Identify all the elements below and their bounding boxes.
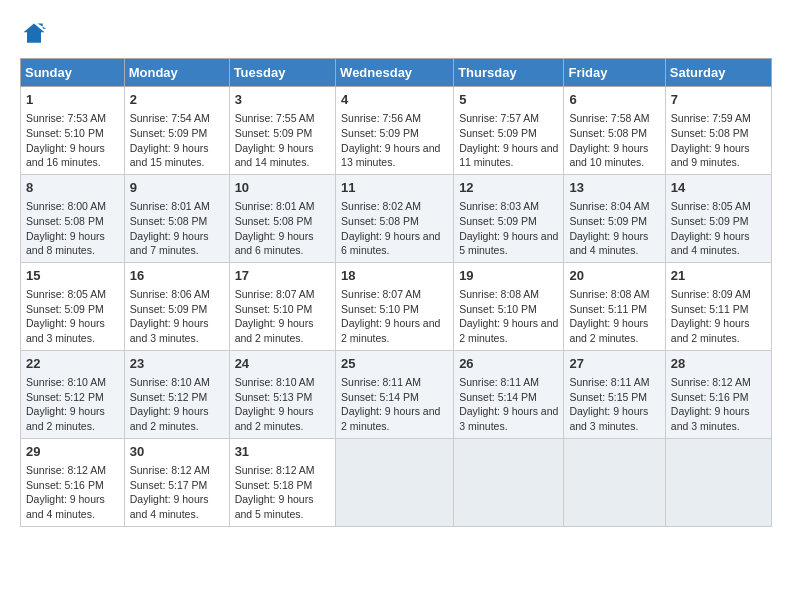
day-number: 15 bbox=[26, 267, 119, 285]
calendar-cell: 17Sunrise: 8:07 AMSunset: 5:10 PMDayligh… bbox=[229, 262, 335, 350]
calendar-cell: 12Sunrise: 8:03 AMSunset: 5:09 PMDayligh… bbox=[454, 174, 564, 262]
header-day-saturday: Saturday bbox=[665, 59, 771, 87]
day-number: 18 bbox=[341, 267, 448, 285]
calendar-cell bbox=[564, 438, 665, 526]
sunrise-text: Sunrise: 8:02 AM bbox=[341, 199, 448, 214]
sunrise-text: Sunrise: 8:12 AM bbox=[235, 463, 330, 478]
sunrise-text: Sunrise: 7:55 AM bbox=[235, 111, 330, 126]
sunrise-text: Sunrise: 7:58 AM bbox=[569, 111, 659, 126]
sunrise-text: Sunrise: 8:08 AM bbox=[569, 287, 659, 302]
day-number: 31 bbox=[235, 443, 330, 461]
daylight-text: Daylight: 9 hours and 4 minutes. bbox=[26, 492, 119, 521]
sunset-text: Sunset: 5:09 PM bbox=[459, 126, 558, 141]
header-row: SundayMondayTuesdayWednesdayThursdayFrid… bbox=[21, 59, 772, 87]
sunset-text: Sunset: 5:08 PM bbox=[671, 126, 766, 141]
daylight-text: Daylight: 9 hours and 2 minutes. bbox=[235, 316, 330, 345]
logo bbox=[20, 20, 52, 48]
daylight-text: Daylight: 9 hours and 2 minutes. bbox=[341, 316, 448, 345]
day-number: 5 bbox=[459, 91, 558, 109]
header bbox=[20, 20, 772, 48]
daylight-text: Daylight: 9 hours and 14 minutes. bbox=[235, 141, 330, 170]
sunset-text: Sunset: 5:16 PM bbox=[26, 478, 119, 493]
sunrise-text: Sunrise: 8:10 AM bbox=[235, 375, 330, 390]
calendar-cell: 29Sunrise: 8:12 AMSunset: 5:16 PMDayligh… bbox=[21, 438, 125, 526]
day-number: 28 bbox=[671, 355, 766, 373]
header-day-wednesday: Wednesday bbox=[336, 59, 454, 87]
daylight-text: Daylight: 9 hours and 13 minutes. bbox=[341, 141, 448, 170]
sunset-text: Sunset: 5:09 PM bbox=[235, 126, 330, 141]
calendar-cell: 11Sunrise: 8:02 AMSunset: 5:08 PMDayligh… bbox=[336, 174, 454, 262]
week-row-4: 22Sunrise: 8:10 AMSunset: 5:12 PMDayligh… bbox=[21, 350, 772, 438]
daylight-text: Daylight: 9 hours and 4 minutes. bbox=[569, 229, 659, 258]
daylight-text: Daylight: 9 hours and 5 minutes. bbox=[459, 229, 558, 258]
calendar-cell: 4Sunrise: 7:56 AMSunset: 5:09 PMDaylight… bbox=[336, 87, 454, 175]
svg-marker-1 bbox=[24, 24, 45, 43]
calendar-cell: 9Sunrise: 8:01 AMSunset: 5:08 PMDaylight… bbox=[124, 174, 229, 262]
week-row-5: 29Sunrise: 8:12 AMSunset: 5:16 PMDayligh… bbox=[21, 438, 772, 526]
calendar-cell: 3Sunrise: 7:55 AMSunset: 5:09 PMDaylight… bbox=[229, 87, 335, 175]
day-number: 1 bbox=[26, 91, 119, 109]
daylight-text: Daylight: 9 hours and 2 minutes. bbox=[459, 316, 558, 345]
calendar-cell: 14Sunrise: 8:05 AMSunset: 5:09 PMDayligh… bbox=[665, 174, 771, 262]
day-number: 3 bbox=[235, 91, 330, 109]
daylight-text: Daylight: 9 hours and 9 minutes. bbox=[671, 141, 766, 170]
sunrise-text: Sunrise: 7:56 AM bbox=[341, 111, 448, 126]
sunset-text: Sunset: 5:17 PM bbox=[130, 478, 224, 493]
daylight-text: Daylight: 9 hours and 15 minutes. bbox=[130, 141, 224, 170]
sunrise-text: Sunrise: 8:07 AM bbox=[341, 287, 448, 302]
calendar-cell: 16Sunrise: 8:06 AMSunset: 5:09 PMDayligh… bbox=[124, 262, 229, 350]
daylight-text: Daylight: 9 hours and 16 minutes. bbox=[26, 141, 119, 170]
daylight-text: Daylight: 9 hours and 11 minutes. bbox=[459, 141, 558, 170]
sunset-text: Sunset: 5:13 PM bbox=[235, 390, 330, 405]
day-number: 22 bbox=[26, 355, 119, 373]
week-row-3: 15Sunrise: 8:05 AMSunset: 5:09 PMDayligh… bbox=[21, 262, 772, 350]
sunset-text: Sunset: 5:16 PM bbox=[671, 390, 766, 405]
daylight-text: Daylight: 9 hours and 7 minutes. bbox=[130, 229, 224, 258]
calendar-cell: 7Sunrise: 7:59 AMSunset: 5:08 PMDaylight… bbox=[665, 87, 771, 175]
header-day-sunday: Sunday bbox=[21, 59, 125, 87]
calendar-cell: 2Sunrise: 7:54 AMSunset: 5:09 PMDaylight… bbox=[124, 87, 229, 175]
sunset-text: Sunset: 5:08 PM bbox=[26, 214, 119, 229]
calendar-cell: 30Sunrise: 8:12 AMSunset: 5:17 PMDayligh… bbox=[124, 438, 229, 526]
calendar-cell: 18Sunrise: 8:07 AMSunset: 5:10 PMDayligh… bbox=[336, 262, 454, 350]
calendar-cell: 24Sunrise: 8:10 AMSunset: 5:13 PMDayligh… bbox=[229, 350, 335, 438]
sunset-text: Sunset: 5:18 PM bbox=[235, 478, 330, 493]
day-number: 21 bbox=[671, 267, 766, 285]
sunset-text: Sunset: 5:09 PM bbox=[459, 214, 558, 229]
sunrise-text: Sunrise: 7:54 AM bbox=[130, 111, 224, 126]
sunset-text: Sunset: 5:09 PM bbox=[569, 214, 659, 229]
sunset-text: Sunset: 5:12 PM bbox=[130, 390, 224, 405]
sunrise-text: Sunrise: 8:09 AM bbox=[671, 287, 766, 302]
day-number: 7 bbox=[671, 91, 766, 109]
sunset-text: Sunset: 5:09 PM bbox=[341, 126, 448, 141]
daylight-text: Daylight: 9 hours and 2 minutes. bbox=[341, 404, 448, 433]
day-number: 20 bbox=[569, 267, 659, 285]
calendar-cell: 23Sunrise: 8:10 AMSunset: 5:12 PMDayligh… bbox=[124, 350, 229, 438]
sunset-text: Sunset: 5:12 PM bbox=[26, 390, 119, 405]
header-day-thursday: Thursday bbox=[454, 59, 564, 87]
day-number: 23 bbox=[130, 355, 224, 373]
calendar-cell bbox=[665, 438, 771, 526]
sunset-text: Sunset: 5:08 PM bbox=[569, 126, 659, 141]
sunrise-text: Sunrise: 8:08 AM bbox=[459, 287, 558, 302]
day-number: 30 bbox=[130, 443, 224, 461]
sunset-text: Sunset: 5:11 PM bbox=[671, 302, 766, 317]
sunrise-text: Sunrise: 8:10 AM bbox=[26, 375, 119, 390]
day-number: 25 bbox=[341, 355, 448, 373]
sunrise-text: Sunrise: 8:12 AM bbox=[130, 463, 224, 478]
day-number: 24 bbox=[235, 355, 330, 373]
calendar-table: SundayMondayTuesdayWednesdayThursdayFrid… bbox=[20, 58, 772, 527]
sunset-text: Sunset: 5:14 PM bbox=[341, 390, 448, 405]
calendar-body: 1Sunrise: 7:53 AMSunset: 5:10 PMDaylight… bbox=[21, 87, 772, 527]
day-number: 9 bbox=[130, 179, 224, 197]
sunrise-text: Sunrise: 8:06 AM bbox=[130, 287, 224, 302]
sunset-text: Sunset: 5:08 PM bbox=[130, 214, 224, 229]
calendar-cell: 31Sunrise: 8:12 AMSunset: 5:18 PMDayligh… bbox=[229, 438, 335, 526]
day-number: 17 bbox=[235, 267, 330, 285]
sunset-text: Sunset: 5:09 PM bbox=[130, 302, 224, 317]
calendar-cell: 5Sunrise: 7:57 AMSunset: 5:09 PMDaylight… bbox=[454, 87, 564, 175]
calendar-cell bbox=[336, 438, 454, 526]
day-number: 14 bbox=[671, 179, 766, 197]
day-number: 26 bbox=[459, 355, 558, 373]
sunset-text: Sunset: 5:08 PM bbox=[341, 214, 448, 229]
